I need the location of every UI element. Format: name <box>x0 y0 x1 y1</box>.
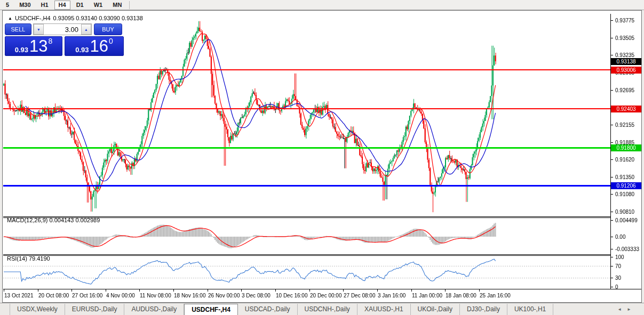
price-tick-label: 0.92155 <box>615 122 634 128</box>
time-tick <box>411 289 412 292</box>
time-tick-label: 4 Nov 00:00 <box>106 293 135 298</box>
time-tick <box>38 289 38 292</box>
tab-scroll-right-icon[interactable]: ► <box>627 307 637 312</box>
rsi-axis-tick <box>611 266 613 266</box>
chart-tab-uk100[interactable]: UK100-,H1 <box>507 304 553 315</box>
time-tick-label: 25 Jan 16:00 <box>480 293 511 298</box>
time-tick <box>275 289 276 292</box>
ohlc-values: 0.93095 0.93140 0.93090 0.93138 <box>53 15 143 21</box>
time-tick-label: 20 Oct 08:00 <box>38 293 69 298</box>
time-tick <box>377 289 378 292</box>
price-tick <box>611 194 613 195</box>
time-tick-label: 26 Nov 00:00 <box>208 293 240 298</box>
chart-tab-xauusd[interactable]: XAUUSD-,H1 <box>357 304 411 315</box>
timeframe-button-m30[interactable]: M30 <box>15 1 35 10</box>
rsi-axis-tick <box>611 257 613 257</box>
volume-spinner: ▼ ▲ <box>33 23 92 35</box>
buy-price-display[interactable]: 0.93 16 0 <box>65 36 124 56</box>
price-tick <box>611 90 613 91</box>
rsi-axis-label: 30 <box>615 275 621 281</box>
price-tick-label: 0.93505 <box>615 35 634 41</box>
hline-0.91800[interactable] <box>3 147 610 149</box>
resistance-2-badge: 0.92403 <box>611 106 641 112</box>
chart-window: ▲ USDCHF-,H4 0.93095 0.93140 0.93090 0.9… <box>2 10 642 303</box>
rsi-axis-label: 100 <box>615 254 624 260</box>
chart-tab-bar: USDX,WeeklyEURUSD-,DailyAUDUSD-,DailyUSD… <box>0 303 644 315</box>
chart-tab-audusd[interactable]: AUDUSD-,Daily <box>124 304 184 315</box>
hline-0.93006[interactable] <box>3 69 610 70</box>
sell-price-display[interactable]: 0.93 13 8 <box>5 36 62 56</box>
price-tick-label: 0.93775 <box>615 18 634 23</box>
rsi-axis-label: 0 <box>615 284 618 290</box>
volume-decrease-button[interactable]: ▼ <box>34 24 44 35</box>
price-tick <box>611 212 613 212</box>
macd-axis-label: -0.003333 <box>615 246 639 252</box>
sell-price-pip: 8 <box>49 38 53 44</box>
timeframe-button-h1[interactable]: H1 <box>37 1 53 10</box>
price-tick <box>611 20 613 21</box>
price-tick-label: 0.90810 <box>615 209 634 215</box>
one-click-trading-widget: SELL ▼ ▲ BUY 0.93 13 8 0.93 16 0 <box>5 23 125 56</box>
chart-tab-dj30[interactable]: DJ30-,Daily <box>460 304 507 315</box>
time-tick-label: 18 Nov 16:00 <box>174 293 206 298</box>
chart-tab-eurusd[interactable]: EURUSD-,Daily <box>65 304 125 315</box>
macd-axis-tick <box>611 220 613 221</box>
price-tick <box>611 142 613 143</box>
time-tick <box>71 289 72 292</box>
collapse-triangle-icon[interactable]: ▲ <box>8 16 12 21</box>
time-tick <box>139 289 140 292</box>
hline-0.91206[interactable] <box>3 185 610 187</box>
price-tick-label: 0.91080 <box>615 191 634 197</box>
price-tick-label: 0.92695 <box>615 87 634 93</box>
chart-tab-usdcad[interactable]: USDCAD-,Daily <box>238 304 298 315</box>
timeframe-button-h4[interactable]: H4 <box>54 1 70 10</box>
time-tick <box>241 289 242 292</box>
time-tick-label: 3 Jan 16:00 <box>378 293 406 298</box>
price-tick-label: 0.91620 <box>615 157 634 163</box>
time-tick <box>343 289 344 292</box>
rsi-axis-label: 70 <box>615 263 621 269</box>
hline-0.92403[interactable] <box>3 108 610 109</box>
price-tick <box>611 55 613 55</box>
current-price-badge: 0.93138 <box>611 58 641 65</box>
timeframe-button-w1[interactable]: W1 <box>90 1 107 10</box>
chart-tab-ukoil[interactable]: UKOil-,Daily <box>411 304 460 315</box>
chart-tab-usdx[interactable]: USDX,Weekly <box>10 304 65 315</box>
chart-title: ▲ USDCHF-,H4 0.93095 0.93140 0.93090 0.9… <box>8 15 143 21</box>
macd-axis-tick <box>611 249 613 249</box>
sell-price-main: 13 <box>29 39 47 54</box>
buy-price-prefix: 0.93 <box>75 46 89 54</box>
symbol-period-label: USDCHF-,H4 <box>15 15 51 21</box>
volume-input[interactable] <box>44 24 81 35</box>
time-tick <box>445 289 446 292</box>
price-tick <box>611 177 613 177</box>
buy-button[interactable]: BUY <box>94 23 122 35</box>
macd-axis-label: 0.004499 <box>615 217 638 223</box>
time-tick <box>106 289 106 292</box>
toolbar-separator <box>129 1 130 9</box>
price-tick-label: 0.91350 <box>615 174 634 180</box>
price-tick <box>611 38 613 38</box>
rsi-axis-tick <box>611 278 613 278</box>
rsi-axis-tick <box>611 287 613 287</box>
time-tick-label: 20 Dec 00:00 <box>310 293 342 298</box>
sell-button[interactable]: SELL <box>5 23 31 35</box>
tab-scroll-buttons: ◄► <box>617 307 637 312</box>
time-tick <box>4 289 4 292</box>
chart-tab-usdchf[interactable]: USDCHF-,H4 <box>184 304 238 315</box>
chart-tab-usdcnh[interactable]: USDCNH-,Daily <box>298 304 357 315</box>
macd-label: MACD(12,26,9) 0.004143 0.002989 <box>7 217 100 223</box>
timeframe-button-d1[interactable]: D1 <box>72 1 88 10</box>
time-tick <box>479 289 480 292</box>
time-tick <box>173 289 174 292</box>
timeframe-button-5[interactable]: 5 <box>2 1 13 10</box>
volume-increase-button[interactable]: ▲ <box>81 24 91 35</box>
price-tick <box>611 125 613 125</box>
time-tick <box>309 289 310 292</box>
timeframe-button-mn[interactable]: MN <box>108 1 126 10</box>
tab-scroll-left-icon[interactable]: ◄ <box>617 307 627 312</box>
resistance-1-badge: 0.93006 <box>611 67 641 74</box>
sell-price-prefix: 0.93 <box>15 46 28 54</box>
buy-price-main: 16 <box>90 39 108 54</box>
time-tick-label: 18 Jan 08:00 <box>446 293 476 298</box>
